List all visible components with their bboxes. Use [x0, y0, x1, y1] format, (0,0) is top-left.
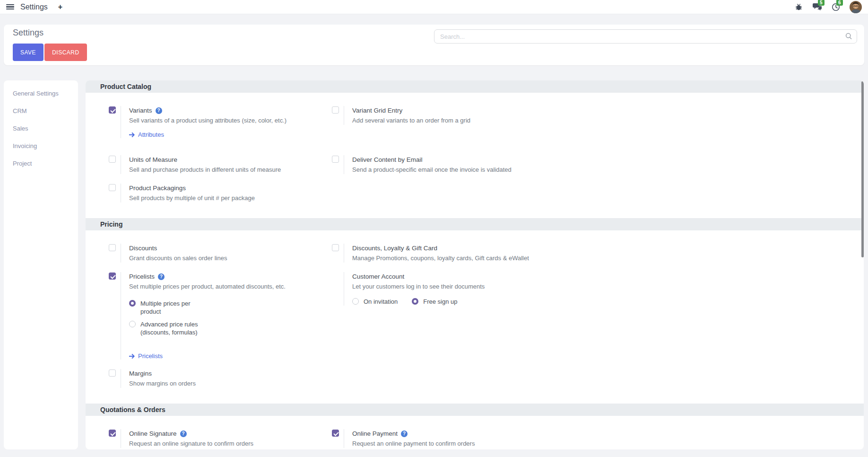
apps-menu-icon[interactable]	[6, 4, 14, 10]
activities-count-badge: 6	[836, 0, 843, 6]
setting-description: Let your customers log in to see their d…	[352, 282, 485, 291]
setting-description: Set multiple prices per product, automat…	[129, 282, 286, 291]
pricelists-checkbox[interactable]	[109, 272, 116, 280]
radio-free-sign-up[interactable]: Free sign up	[412, 298, 457, 306]
online-payment-checkbox[interactable]	[332, 430, 339, 437]
setting-description: Send a product-specific email once the i…	[352, 166, 512, 174]
setting-label[interactable]: Product Packagings	[129, 185, 186, 192]
sidebar-item-general-settings[interactable]: General Settings	[4, 85, 78, 102]
setting-online-signature: Online Signature Request an online signa…	[109, 429, 332, 448]
product-packagings-checkbox[interactable]	[109, 184, 116, 191]
radio-advanced-price-rules[interactable]: Advanced price rules (discounts, formula…	[129, 320, 286, 336]
setting-description: Manage Promotions, coupons, loyalty card…	[352, 254, 529, 263]
setting-label[interactable]: Variants	[129, 107, 152, 114]
setting-description: Grant discounts on sales order lines	[129, 254, 227, 263]
section-header-quotations-orders: Quotations & Orders	[86, 404, 864, 416]
discounts-checkbox[interactable]	[109, 244, 116, 251]
discounts-loyalty-gift-card-checkbox[interactable]	[332, 244, 339, 251]
debug-bug-icon[interactable]	[794, 2, 803, 11]
setting-label[interactable]: Online Payment	[352, 430, 398, 437]
search-icon[interactable]	[845, 33, 852, 42]
setting-online-payment: Online Payment Request an online payment…	[332, 429, 845, 448]
on-invitation-radio[interactable]	[352, 298, 359, 305]
setting-description: Sell and purchase products in different …	[129, 166, 281, 174]
section-quotations-orders: Online Signature Request an online signa…	[86, 416, 864, 449]
setting-deliver-content-by-email: Deliver Content by Email Send a product-…	[332, 155, 845, 174]
setting-label[interactable]: Discounts, Loyalty & Gift Card	[352, 245, 437, 252]
save-button[interactable]: SAVE	[13, 44, 43, 61]
setting-description: Sell products by multiple of unit # per …	[129, 194, 255, 202]
setting-pricelists: Pricelists Set multiple prices per produ…	[109, 272, 332, 360]
header-buttons: SAVE DISCARD	[13, 44, 87, 61]
setting-label[interactable]: Margins	[129, 370, 152, 377]
deliver-content-by-email-checkbox[interactable]	[332, 156, 339, 163]
new-tab-plus-icon[interactable]: +	[58, 3, 62, 11]
user-avatar[interactable]	[850, 1, 862, 13]
setting-variant-grid-entry: Variant Grid Entry Add several variants …	[332, 106, 845, 125]
setting-product-packagings: Product Packagings Sell products by mult…	[109, 184, 332, 202]
setting-variants: Variants Sell variants of a product usin…	[109, 106, 332, 138]
customer-account-radio-group: On invitation Free sign up	[352, 298, 485, 306]
vertical-scrollbar[interactable]	[861, 81, 864, 257]
sidebar-item-crm[interactable]: CRM	[4, 102, 78, 120]
free-sign-up-radio[interactable]	[412, 298, 418, 305]
search-bar	[434, 29, 857, 44]
setting-label[interactable]: Pricelists	[129, 273, 155, 280]
settings-panel: Product Catalog Variants Sell variants o…	[86, 80, 864, 449]
margins-checkbox[interactable]	[109, 369, 116, 377]
setting-label: Customer Account	[352, 273, 404, 280]
messages-icon[interactable]: 5	[813, 2, 822, 11]
help-icon[interactable]	[180, 431, 187, 437]
setting-label[interactable]: Discounts	[129, 245, 157, 252]
sidebar-item-invoicing[interactable]: Invoicing	[4, 137, 78, 155]
radio-multiple-prices-per-product[interactable]: Multiple prices per product	[129, 299, 286, 316]
setting-discounts: Discounts Grant discounts on sales order…	[109, 244, 332, 263]
pricelists-link[interactable]: Pricelists	[129, 352, 286, 360]
setting-customer-account: Customer Account Let your customers log …	[332, 272, 845, 306]
setting-discounts-loyalty-gift-card: Discounts, Loyalty & Gift Card Manage Pr…	[332, 244, 845, 263]
navbar-app-title[interactable]: Settings	[20, 3, 48, 11]
radio-on-invitation[interactable]: On invitation	[352, 298, 398, 306]
section-header-pricing: Pricing	[86, 218, 864, 230]
section-pricing: Discounts Grant discounts on sales order…	[86, 230, 864, 404]
multiple-prices-radio[interactable]	[129, 300, 136, 307]
setting-label[interactable]: Online Signature	[129, 430, 177, 437]
search-input[interactable]	[434, 29, 857, 44]
setting-description: Sell variants of a product using attribu…	[129, 116, 286, 125]
setting-description: Show margins on orders	[129, 379, 196, 388]
units-of-measure-checkbox[interactable]	[109, 156, 116, 163]
setting-description: Request an online signature to confirm o…	[129, 439, 253, 448]
variants-checkbox[interactable]	[109, 106, 116, 114]
section-product-catalog: Variants Sell variants of a product usin…	[86, 93, 864, 218]
settings-header-card: Settings SAVE DISCARD	[4, 25, 864, 65]
setting-label[interactable]: Variant Grid Entry	[352, 107, 402, 114]
online-signature-checkbox[interactable]	[109, 430, 116, 437]
help-icon[interactable]	[401, 431, 408, 437]
messages-count-badge: 5	[818, 0, 825, 6]
top-navbar: Settings + 5 6	[0, 0, 868, 14]
setting-description: Request an online payment to confirm ord…	[352, 439, 475, 448]
advanced-price-rules-radio[interactable]	[129, 321, 136, 327]
activities-clock-icon[interactable]: 6	[831, 2, 840, 11]
arrow-right-icon	[129, 353, 135, 359]
pricelist-mode-radio-group: Multiple prices per product Advanced pri…	[129, 299, 286, 336]
navbar-systray: 5 6	[794, 1, 862, 13]
arrow-right-icon	[129, 132, 135, 138]
variant-grid-entry-checkbox[interactable]	[332, 106, 339, 114]
section-header-product-catalog: Product Catalog	[86, 80, 864, 93]
sidebar-item-project[interactable]: Project	[4, 155, 78, 172]
page-title: Settings	[13, 28, 43, 38]
discard-button[interactable]: DISCARD	[44, 44, 87, 61]
settings-sidebar: General Settings CRM Sales Invoicing Pro…	[4, 80, 78, 449]
help-icon[interactable]	[158, 273, 165, 280]
help-icon[interactable]	[156, 107, 162, 114]
attributes-link[interactable]: Attributes	[129, 131, 286, 138]
setting-label[interactable]: Deliver Content by Email	[352, 156, 423, 163]
setting-label[interactable]: Units of Measure	[129, 156, 177, 163]
setting-units-of-measure: Units of Measure Sell and purchase produ…	[109, 155, 332, 174]
setting-margins: Margins Show margins on orders	[109, 369, 332, 388]
setting-description: Add several variants to an order from a …	[352, 116, 470, 125]
sidebar-item-sales[interactable]: Sales	[4, 120, 78, 137]
